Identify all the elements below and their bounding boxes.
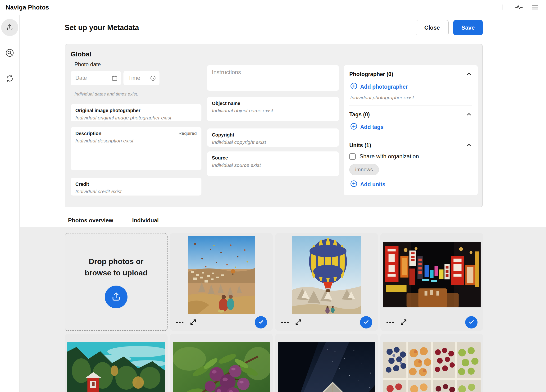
instructions-field[interactable]: Instructions xyxy=(207,65,339,91)
field-placeholder: Individual copyright exist xyxy=(212,139,334,145)
copyright-field[interactable]: Copyright Individual copyright exist xyxy=(207,128,339,147)
tags-section: Tags (0) Add tags xyxy=(349,105,472,136)
check-icon xyxy=(258,319,264,326)
photo-actions-bar xyxy=(380,316,483,328)
photo-thumbnail-night-sky-shelter[interactable] xyxy=(278,342,375,392)
field-label: Description xyxy=(75,131,101,136)
expand-photo-button[interactable] xyxy=(295,319,302,326)
date-field[interactable] xyxy=(71,71,121,85)
main-content: Set up your Metadata Close Save Global P… xyxy=(20,15,546,392)
photo-date-hint: Individual dates and times exist. xyxy=(74,91,138,97)
photo-thumbnail-hot-air-balloons-over-cappadocia[interactable] xyxy=(188,236,255,314)
photo-card xyxy=(275,334,378,392)
more-options-button[interactable] xyxy=(387,322,394,323)
photo-grid: Drop photos or browse to upload xyxy=(65,233,483,392)
share-with-organization-row[interactable]: Share with organization xyxy=(349,153,472,160)
more-options-button[interactable] xyxy=(176,322,183,323)
more-options-button[interactable] xyxy=(281,322,289,323)
expand-photo-button[interactable] xyxy=(190,319,197,326)
chevron-up-icon xyxy=(466,111,472,118)
tags-section-title: Tags (0) xyxy=(349,111,370,118)
photo-thumbnail-red-cabin-lake[interactable] xyxy=(67,342,165,392)
photo-selected-check[interactable] xyxy=(465,316,478,328)
field-placeholder: Individual original image photographer e… xyxy=(75,115,197,121)
header-actions: Close Save xyxy=(416,20,483,35)
app-title: Naviga Photos xyxy=(0,4,49,11)
close-button[interactable]: Close xyxy=(416,20,448,35)
photo-date-row xyxy=(71,71,159,85)
search-icon xyxy=(5,48,14,58)
share-checkbox-label: Share with organization xyxy=(359,153,419,160)
photo-actions-bar xyxy=(170,316,273,328)
browse-upload-button[interactable] xyxy=(105,286,128,308)
add-button[interactable] xyxy=(499,3,507,12)
photos-overview-area: Drop photos or browse to upload xyxy=(20,227,546,392)
expand-icon xyxy=(295,319,302,326)
sidebar-search-button[interactable] xyxy=(1,45,18,62)
tabs-bar: Photos overview Individual xyxy=(65,215,162,228)
page-title: Set up your Metadata xyxy=(65,23,139,32)
sidebar-upload-button[interactable] xyxy=(1,19,18,36)
field-label: Object name xyxy=(212,101,334,106)
field-label: Copyright xyxy=(212,132,334,138)
credit-field[interactable]: Credit Individual credit exist xyxy=(71,178,202,196)
activity-icon xyxy=(515,3,523,12)
unit-chip[interactable]: imnews xyxy=(349,164,379,175)
menu-button[interactable] xyxy=(531,3,539,12)
source-field[interactable]: Source Individual source exist xyxy=(207,151,339,176)
expand-photo-button[interactable] xyxy=(400,319,407,326)
meta-sections-card: Photographer (0) Add photograp xyxy=(344,65,478,195)
clock-icon xyxy=(150,75,156,81)
photo-selected-check[interactable] xyxy=(255,316,267,328)
original-photographer-field[interactable]: Original image photographer Individual o… xyxy=(71,104,202,121)
time-field[interactable] xyxy=(124,71,159,85)
topbar-icons xyxy=(499,3,546,12)
field-placeholder: Individual object name exist xyxy=(212,108,334,113)
photo-date-label: Photo date xyxy=(74,61,101,68)
photo-card xyxy=(170,334,273,392)
photographer-hint: Individual photographer exist xyxy=(350,95,472,100)
plus-circle-icon xyxy=(350,83,357,91)
photo-thumbnail-fruit-baskets[interactable] xyxy=(383,342,481,392)
check-icon xyxy=(363,319,370,326)
tab-photos-overview[interactable]: Photos overview xyxy=(65,215,117,228)
photo-thumbnail-plums-on-branch[interactable] xyxy=(173,342,270,392)
check-icon xyxy=(468,319,475,326)
upload-icon xyxy=(111,291,122,303)
topbar: Naviga Photos xyxy=(0,0,546,15)
sidebar-sync-button[interactable] xyxy=(1,70,18,87)
units-collapse-button[interactable] xyxy=(466,142,472,149)
object-name-field[interactable]: Object name Individual object name exist xyxy=(207,97,339,121)
field-label: Original image photographer xyxy=(75,108,197,113)
save-button[interactable]: Save xyxy=(453,20,483,35)
photographer-section-title: Photographer (0) xyxy=(349,71,393,78)
photo-card xyxy=(65,334,168,392)
field-placeholder: Individual credit exist xyxy=(75,189,197,194)
upload-dropzone[interactable]: Drop photos or browse to upload xyxy=(65,233,168,331)
photo-card xyxy=(380,334,483,392)
naviga-photos-window: Naviga Photos xyxy=(0,0,546,392)
tags-collapse-button[interactable] xyxy=(466,111,472,118)
menu-icon xyxy=(531,3,539,12)
add-tags-button[interactable]: Add tags xyxy=(350,123,384,131)
chevron-up-icon xyxy=(466,71,472,78)
expand-icon xyxy=(400,319,407,326)
tab-individual[interactable]: Individual xyxy=(129,215,162,228)
field-label: Credit xyxy=(75,182,197,187)
photo-thumbnail-tokyo-neon-street[interactable] xyxy=(383,242,481,307)
units-section-title: Units (1) xyxy=(349,142,371,149)
field-placeholder: Individual description exist xyxy=(75,138,197,144)
share-checkbox[interactable] xyxy=(349,153,356,160)
photographer-collapse-button[interactable] xyxy=(466,71,472,78)
sidebar xyxy=(0,15,20,392)
add-units-button[interactable]: Add units xyxy=(350,180,385,189)
add-photographer-button[interactable]: Add photographer xyxy=(350,83,408,91)
activity-button[interactable] xyxy=(515,3,523,12)
calendar-icon xyxy=(111,75,118,81)
global-right-column: Photographer (0) Add photograp xyxy=(344,44,478,207)
required-badge: Required xyxy=(178,131,197,136)
photo-thumbnail-yellow-blue-balloon[interactable] xyxy=(292,236,361,314)
description-field[interactable]: Description Required Individual descript… xyxy=(71,127,202,170)
plus-circle-icon xyxy=(350,180,357,189)
photo-selected-check[interactable] xyxy=(360,316,372,328)
